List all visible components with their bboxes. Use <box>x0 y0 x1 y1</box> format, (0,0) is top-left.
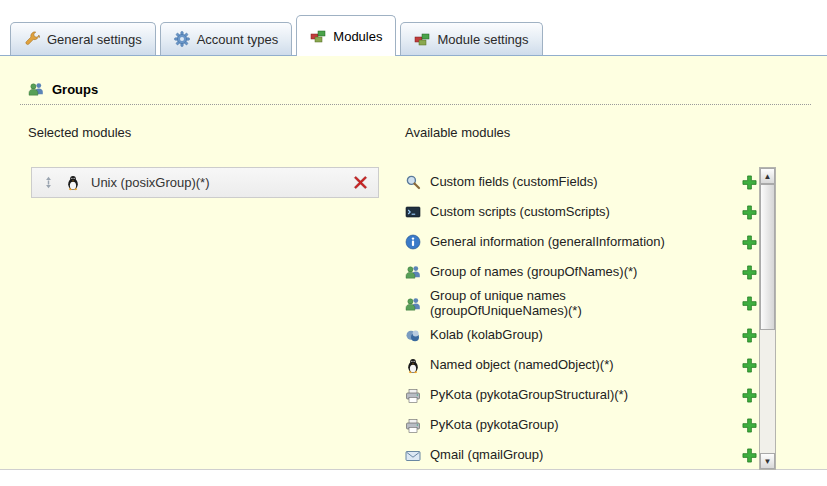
tab-module-settings[interactable]: Module settings <box>400 22 542 55</box>
tab-label: Modules <box>333 29 382 44</box>
available-modules-heading: Available modules <box>405 125 510 140</box>
tab-label: Module settings <box>437 32 528 47</box>
drag-handle-icon[interactable] <box>42 175 55 190</box>
available-module-row: Named object (namedObject)(*) <box>405 351 757 381</box>
add-module-button[interactable] <box>742 296 757 311</box>
tab-label: General settings <box>47 32 142 47</box>
groups-icon <box>28 81 44 97</box>
add-module-button[interactable] <box>742 388 757 403</box>
modules-icon <box>310 28 326 44</box>
available-module-row: Group of unique names (groupOfUniqueName… <box>405 287 757 321</box>
wrench-icon <box>24 31 40 47</box>
add-module-button[interactable] <box>742 205 757 220</box>
tab-account-types[interactable]: Account types <box>160 22 293 55</box>
mail-icon <box>405 448 421 464</box>
available-module-label: Kolab (kolabGroup) <box>430 326 702 345</box>
available-module-row: Qmail (qmailGroup) <box>405 441 757 471</box>
available-module-row: PyKota (pykotaGroup) <box>405 411 757 441</box>
available-module-label: Group of unique names (groupOfUniqueName… <box>430 287 702 321</box>
available-module-row: Custom fields (customFields) <box>405 167 757 197</box>
available-module-label: Qmail (qmailGroup) <box>430 446 702 465</box>
remove-module-button[interactable] <box>353 175 368 190</box>
add-module-button[interactable] <box>742 175 757 190</box>
selected-modules-heading: Selected modules <box>28 125 131 140</box>
scrollbar-down-button[interactable]: ▼ <box>760 453 775 469</box>
printer-icon <box>405 388 421 404</box>
info-icon <box>405 234 421 250</box>
available-modules-list: Custom fields (customFields) Custom scri… <box>405 167 757 471</box>
group-icon <box>405 296 421 312</box>
scrollbar[interactable]: ▲ ▼ <box>759 167 776 470</box>
magnifier-icon <box>405 174 421 190</box>
add-module-button[interactable] <box>742 235 757 250</box>
scrollbar-track[interactable] <box>760 184 775 453</box>
tab-label: Account types <box>197 32 279 47</box>
printer-icon <box>405 418 421 434</box>
add-module-button[interactable] <box>742 328 757 343</box>
script-icon <box>405 204 421 220</box>
separator <box>20 104 811 105</box>
groups-section-title: Groups <box>28 81 98 97</box>
content-area: Groups Selected modules Available module… <box>0 56 827 470</box>
scrollbar-thumb[interactable] <box>760 184 775 330</box>
penguin-icon <box>405 358 421 374</box>
tab-modules[interactable]: Modules <box>296 15 396 56</box>
available-module-label: Custom scripts (customScripts) <box>430 203 702 222</box>
group-icon <box>405 264 421 280</box>
scrollbar-up-button[interactable]: ▲ <box>760 168 775 184</box>
available-module-row: General information (generalInformation) <box>405 227 757 257</box>
add-module-button[interactable] <box>742 358 757 373</box>
available-module-label: PyKota (pykotaGroupStructural)(*) <box>430 386 702 405</box>
section-title-text: Groups <box>52 82 98 97</box>
tab-general-settings[interactable]: General settings <box>10 22 156 55</box>
available-module-label: General information (generalInformation) <box>430 233 702 252</box>
available-module-row: PyKota (pykotaGroupStructural)(*) <box>405 381 757 411</box>
available-module-label: Group of names (groupOfNames)(*) <box>430 263 702 282</box>
available-module-row: Kolab (kolabGroup) <box>405 321 757 351</box>
tab-bar: General settings Account types Modules M… <box>10 13 543 56</box>
lam-config-page: General settings Account types Modules M… <box>0 0 827 486</box>
available-module-label: Custom fields (customFields) <box>430 173 702 192</box>
selected-module-label: Unix (posixGroup)(*) <box>91 175 343 190</box>
add-module-button[interactable] <box>742 418 757 433</box>
module-settings-icon <box>414 31 430 47</box>
linux-penguin-icon <box>65 175 81 191</box>
kolab-icon <box>405 328 421 344</box>
available-module-row: Group of names (groupOfNames)(*) <box>405 257 757 287</box>
add-module-button[interactable] <box>742 448 757 463</box>
gear-icon <box>174 31 190 47</box>
available-module-label: PyKota (pykotaGroup) <box>430 416 702 435</box>
selected-module-row[interactable]: Unix (posixGroup)(*) <box>31 167 379 198</box>
add-module-button[interactable] <box>742 265 757 280</box>
available-module-label: Named object (namedObject)(*) <box>430 356 702 375</box>
available-module-row: Custom scripts (customScripts) <box>405 197 757 227</box>
